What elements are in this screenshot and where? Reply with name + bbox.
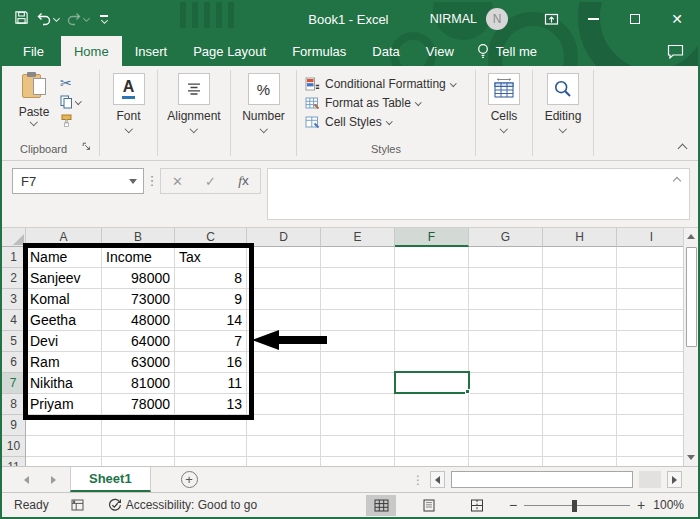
row-header-1[interactable]: 1 bbox=[2, 247, 26, 268]
cell-C6[interactable]: 16 bbox=[175, 352, 247, 373]
cell-E4[interactable] bbox=[321, 310, 395, 331]
undo-button[interactable] bbox=[36, 12, 59, 26]
status-mode[interactable]: Ready bbox=[14, 498, 49, 512]
cell-C1[interactable]: Tax bbox=[175, 247, 247, 268]
cell-G9[interactable] bbox=[469, 415, 543, 436]
customize-qat-icon[interactable] bbox=[100, 15, 108, 22]
cell-C9[interactable] bbox=[175, 415, 247, 436]
cell-A7[interactable]: Nikitha bbox=[26, 373, 102, 394]
save-icon[interactable] bbox=[14, 10, 29, 29]
name-box[interactable]: F7 bbox=[12, 168, 144, 194]
cell-H6[interactable] bbox=[543, 352, 617, 373]
number-dropdown-icon[interactable] bbox=[260, 125, 268, 133]
row-header-4[interactable]: 4 bbox=[2, 310, 26, 331]
cell-B7[interactable]: 81000 bbox=[102, 373, 175, 394]
cell-D5[interactable] bbox=[247, 331, 321, 352]
cell-F11[interactable] bbox=[395, 457, 469, 466]
comments-button[interactable] bbox=[667, 36, 698, 66]
font-group-button[interactable]: A Font bbox=[100, 66, 157, 160]
cell-D6[interactable] bbox=[247, 352, 321, 373]
cells-group-button[interactable]: Cells bbox=[476, 66, 532, 160]
collapse-ribbon-icon[interactable] bbox=[678, 144, 688, 154]
column-header-B[interactable]: B bbox=[102, 228, 175, 247]
maximize-button[interactable] bbox=[614, 2, 656, 36]
zoom-level[interactable]: 100% bbox=[652, 498, 698, 512]
cancel-button[interactable]: ✕ bbox=[161, 174, 194, 189]
row-header-3[interactable]: 3 bbox=[2, 289, 26, 310]
zoom-in-button[interactable]: + bbox=[630, 497, 652, 513]
editing-group-button[interactable]: Editing bbox=[533, 66, 593, 160]
row-header-7[interactable]: 7 bbox=[2, 373, 26, 394]
cell-A9[interactable] bbox=[26, 415, 102, 436]
accessibility-status[interactable]: Accessibility: Good to go bbox=[108, 498, 257, 512]
new-sheet-button[interactable]: + bbox=[181, 471, 198, 488]
cell-F1[interactable] bbox=[395, 247, 469, 268]
cell-D2[interactable] bbox=[247, 268, 321, 289]
avatar[interactable]: N bbox=[486, 8, 508, 30]
cell-E3[interactable] bbox=[321, 289, 395, 310]
column-header-H[interactable]: H bbox=[543, 228, 617, 247]
tab-home[interactable]: Home bbox=[61, 36, 122, 66]
cell-I11[interactable] bbox=[617, 457, 683, 466]
scroll-down-icon[interactable] bbox=[684, 449, 698, 466]
cell-E1[interactable] bbox=[321, 247, 395, 268]
cell-D8[interactable] bbox=[247, 394, 321, 415]
row-header-6[interactable]: 6 bbox=[2, 352, 26, 373]
scroll-up-icon[interactable] bbox=[684, 228, 698, 245]
cell-E7[interactable] bbox=[321, 373, 395, 394]
tab-page-layout[interactable]: Page Layout bbox=[180, 36, 279, 66]
tab-file[interactable]: File bbox=[6, 36, 61, 66]
vertical-scrollbar-thumb[interactable] bbox=[686, 247, 697, 347]
cell-C11[interactable] bbox=[175, 457, 247, 466]
cell-D9[interactable] bbox=[247, 415, 321, 436]
active-cell-selection[interactable] bbox=[394, 371, 470, 394]
paste-button[interactable]: Paste bbox=[14, 72, 54, 128]
cut-button[interactable]: ✂ bbox=[60, 75, 81, 90]
row-header-9[interactable]: 9 bbox=[2, 415, 26, 436]
cell-I1[interactable] bbox=[617, 247, 683, 268]
cell-H9[interactable] bbox=[543, 415, 617, 436]
cell-D10[interactable] bbox=[247, 436, 321, 457]
ribbon-display-options-button[interactable] bbox=[530, 2, 572, 36]
cell-B1[interactable]: Income bbox=[102, 247, 175, 268]
cells-dropdown-icon[interactable] bbox=[500, 125, 508, 133]
cell-I6[interactable] bbox=[617, 352, 683, 373]
cell-G4[interactable] bbox=[469, 310, 543, 331]
cell-F8[interactable] bbox=[395, 394, 469, 415]
dropdown-icon[interactable] bbox=[386, 118, 392, 124]
column-header-A[interactable]: A bbox=[26, 228, 102, 247]
cell-A1[interactable]: Name bbox=[26, 247, 102, 268]
account-name[interactable]: NIRMAL bbox=[430, 12, 477, 26]
tell-me-button[interactable]: Tell me bbox=[467, 36, 547, 66]
cell-F10[interactable] bbox=[395, 436, 469, 457]
cell-B11[interactable] bbox=[102, 457, 175, 466]
number-group-button[interactable]: % Number bbox=[231, 66, 296, 160]
cell-I8[interactable] bbox=[617, 394, 683, 415]
cell-H5[interactable] bbox=[543, 331, 617, 352]
column-header-G[interactable]: G bbox=[469, 228, 543, 247]
cell-H8[interactable] bbox=[543, 394, 617, 415]
cell-I4[interactable] bbox=[617, 310, 683, 331]
copy-dropdown-icon[interactable] bbox=[75, 98, 81, 104]
cell-C4[interactable]: 14 bbox=[175, 310, 247, 331]
paste-dropdown-icon[interactable] bbox=[30, 118, 38, 126]
cell-D11[interactable] bbox=[247, 457, 321, 466]
fill-handle[interactable] bbox=[465, 389, 470, 394]
cell-B10[interactable] bbox=[102, 436, 175, 457]
column-header-F[interactable]: F bbox=[395, 228, 469, 247]
redo-button[interactable] bbox=[66, 12, 89, 26]
tab-formulas[interactable]: Formulas bbox=[279, 36, 359, 66]
formula-input[interactable] bbox=[267, 168, 690, 220]
column-header-D[interactable]: D bbox=[247, 228, 321, 247]
font-dropdown-icon[interactable] bbox=[125, 125, 133, 133]
cell-I2[interactable] bbox=[617, 268, 683, 289]
horizontal-scrollbar-thumb[interactable] bbox=[451, 471, 633, 488]
column-header-E[interactable]: E bbox=[321, 228, 395, 247]
cell-E8[interactable] bbox=[321, 394, 395, 415]
cell-G11[interactable] bbox=[469, 457, 543, 466]
cell-H3[interactable] bbox=[543, 289, 617, 310]
insert-function-button[interactable]: fx bbox=[227, 173, 260, 189]
minimize-button[interactable] bbox=[572, 2, 614, 36]
cell-G5[interactable] bbox=[469, 331, 543, 352]
cell-E11[interactable] bbox=[321, 457, 395, 466]
